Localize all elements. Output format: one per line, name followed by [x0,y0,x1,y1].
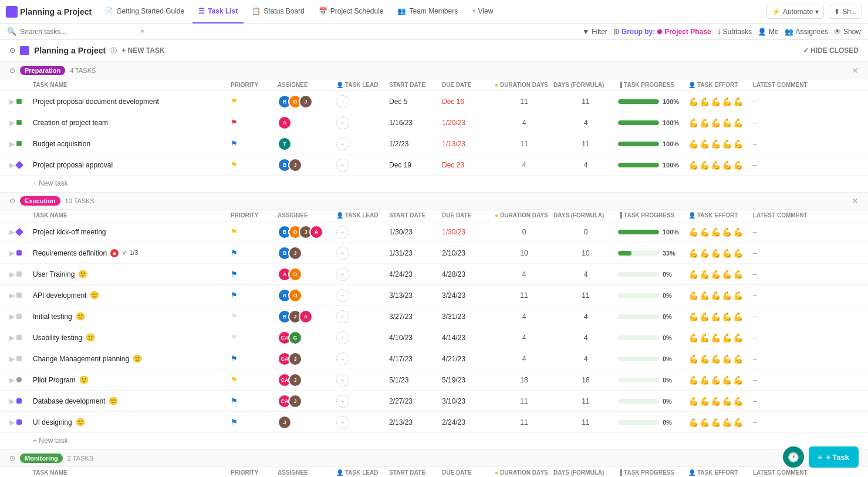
task-name-text[interactable]: UI designing [33,418,72,426]
top-nav: Planning a Project 📄 Getting Started Gui… [0,0,868,23]
effort-cell: 💪💪💪💪💪 [688,333,753,342]
col-priority: PRIORITY [231,212,278,219]
expand-icon[interactable]: ▶ [9,291,15,300]
expand-icon[interactable]: ▶ [9,249,15,257]
task-checkbox[interactable]: ▶ [9,119,33,127]
task-checkbox[interactable]: ▶ [9,98,33,106]
subtasks-button[interactable]: ⤵ Subtasks [717,28,752,36]
task-name-text[interactable]: Project proposal approval [33,161,113,169]
task-lead-avatar[interactable]: + [336,268,349,281]
priority-cell: ⚑ [231,375,278,384]
task-checkbox[interactable]: ▶ [9,418,33,426]
new-task-link[interactable]: + New task [33,436,68,445]
task-checkbox[interactable]: ▶ [9,228,33,236]
show-button[interactable]: 👁 Show [834,28,861,36]
effort-empty-icon: 💪 [722,418,732,427]
tab-status-board[interactable]: 📋 Status Board [246,0,310,23]
expand-icon[interactable]: ▶ [9,397,15,405]
expand-icon[interactable]: ▶ [9,376,15,384]
share-button[interactable]: ⬆ Sh... [829,5,862,19]
task-name-text[interactable]: Pilot Program [33,376,76,384]
section-toggle-monitoring[interactable]: ⊙ [9,454,15,462]
task-name-text[interactable]: Usability testing [33,334,82,342]
section-close-icon[interactable]: ✕ [852,66,859,75]
task-checkbox[interactable]: ▶ [9,270,33,278]
tab-project-schedule[interactable]: 📅 Project Schedule [313,0,390,23]
section-toggle-execution[interactable]: ⊙ [9,197,15,205]
task-name-text[interactable]: Database development [33,397,105,405]
tab-getting-started[interactable]: 📄 Getting Started Guide [99,0,190,23]
group-by-control[interactable]: ⊞ Group by: Project Phase [613,28,711,36]
task-checkbox[interactable]: ▶ [9,249,33,257]
tab-team-members[interactable]: 👥 Team Members [391,0,464,23]
task-name-text[interactable]: Initial testing [33,313,72,321]
section-toggle-preparation[interactable]: ⊙ [9,66,15,75]
new-task-link[interactable]: + New task [33,179,68,187]
task-checkbox[interactable]: ▶ [9,291,33,300]
search-input[interactable] [20,28,137,36]
section-close-icon[interactable]: ✕ [852,196,859,206]
chevron-down-icon[interactable]: ▾ [141,28,144,35]
expand-icon[interactable]: ▶ [9,119,15,127]
expand-icon[interactable]: ▶ [9,140,15,148]
hide-closed-button[interactable]: ✓ HIDE CLOSED [803,46,859,55]
task-checkbox[interactable]: ▶ [9,376,33,384]
effort-icon: 💪 [700,397,710,406]
task-checkbox[interactable]: ▶ [9,334,33,342]
task-lead-avatar[interactable]: + [336,331,349,344]
task-checkbox[interactable]: ▶ [9,397,33,405]
effort-empty-icon: 💪 [733,397,743,406]
task-name-text[interactable]: Budget acquisition [33,140,90,148]
task-lead-avatar[interactable]: + [336,95,349,108]
expand-icon[interactable]: ▶ [9,313,15,321]
effort-icon: 💪 [711,312,721,321]
task-lead-avatar[interactable]: + [336,137,349,150]
task-lead-avatar[interactable]: + [336,310,349,323]
automate-button[interactable]: ⚡ Automate ▾ [766,5,824,19]
filter-button[interactable]: ▼ Filter [582,28,607,36]
task-name-text[interactable]: Requirements definition [33,249,107,257]
new-task-header-button[interactable]: + NEW TASK [121,46,164,55]
task-lead-avatar[interactable]: + [336,416,349,429]
effort-empty-icon: 💪 [722,333,732,342]
task-lead-avatar[interactable]: + [336,374,349,387]
view-button[interactable]: + View [466,0,499,23]
task-lead-avatar[interactable]: + [336,116,349,129]
clock-button[interactable]: 🕐 [783,446,804,468]
task-lead-avatar[interactable]: + [336,159,349,172]
info-icon[interactable]: ⓘ [110,46,117,55]
assignees-button[interactable]: 👥 Assignees [785,28,828,36]
me-button[interactable]: 👤 Me [758,28,779,36]
task-name-text[interactable]: API development [33,291,86,300]
expand-icon[interactable]: ▶ [9,161,15,169]
task-name-text[interactable]: Project kick-off meeting [33,228,106,236]
task-name-text[interactable]: Creation of project team [33,119,108,127]
task-checkbox[interactable]: ▶ [9,161,33,169]
task-name-text[interactable]: Change Management planning [33,355,129,363]
expand-icon[interactable]: ▶ [9,270,15,278]
task-status-dot [16,99,22,104]
task-lead-avatar[interactable]: + [336,226,349,238]
task-checkbox[interactable]: ▶ [9,313,33,321]
task-lead-cell: + [336,289,389,302]
task-status-gray [16,314,22,319]
task-lead-avatar[interactable]: + [336,395,349,408]
task-checkbox[interactable]: ▶ [9,355,33,363]
formula-cell: 4 [553,355,618,363]
task-lead-avatar[interactable]: + [336,247,349,260]
task-name-text[interactable]: Project proposal document development [33,98,159,106]
progress-cell: 0% [618,292,688,299]
effort-icon: 💪 [711,270,721,279]
expand-icon[interactable]: ▶ [9,334,15,342]
task-lead-avatar[interactable]: + [336,289,349,302]
collapse-icon[interactable]: ⊙ [9,46,15,55]
add-task-button[interactable]: + + Task [809,446,859,468]
expand-icon[interactable]: ▶ [9,355,15,363]
expand-icon[interactable]: ▶ [9,98,15,106]
expand-icon[interactable]: ▶ [9,228,15,236]
expand-icon[interactable]: ▶ [9,418,15,426]
tab-task-list[interactable]: ☰ Task List [192,0,244,23]
task-lead-avatar[interactable]: + [336,352,349,365]
task-name-text[interactable]: User Training [33,270,75,278]
task-checkbox[interactable]: ▶ [9,140,33,148]
